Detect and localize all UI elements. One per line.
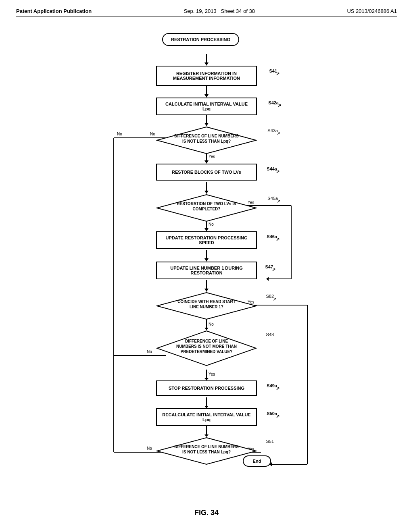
svg-text:NUMBERS IS NOT MORE THAN: NUMBERS IS NOT MORE THAN — [176, 344, 237, 349]
header-patent: US 2013/0246886 A1 — [347, 8, 397, 14]
svg-text:DIFFERENCE OF LINE NUMBERS: DIFFERENCE OF LINE NUMBERS — [174, 134, 239, 138]
svg-text:DIFFERENCE OF LINE NUMBERS: DIFFERENCE OF LINE NUMBERS — [174, 445, 239, 449]
node-end: End — [243, 455, 271, 467]
header-publication: Patent Application Publication — [16, 8, 92, 14]
header-date-sheet: Sep. 19, 2013 Sheet 34 of 38 — [184, 8, 255, 14]
node-s51: DIFFERENCE OF LINE NUMBERS IS NOT LESS T… — [156, 437, 257, 467]
svg-text:LINE NUMBER 1?: LINE NUMBER 1? — [190, 305, 223, 309]
svg-text:IS NOT LESS THAN Lpq?: IS NOT LESS THAN Lpq? — [182, 139, 231, 143]
diamond-s43a: DIFFERENCE OF LINE NUMBERS IS NOT LESS T… — [156, 126, 257, 154]
svg-text:COINCIDE WITH READ START: COINCIDE WITH READ START — [177, 299, 236, 304]
fig-label: FIG. 34 — [16, 509, 397, 517]
svg-text:DIFFERENCE OF LINE: DIFFERENCE OF LINE — [185, 339, 228, 343]
label-s51: S51 — [266, 439, 274, 444]
node-start: RESTRATION PROCESSING — [162, 33, 239, 46]
node-s45a: RESTORATION OF TWO LVs IS COMPLETED? S45… — [156, 194, 257, 224]
diamond-s82: COINCIDE WITH READ START LINE NUMBER 1? — [156, 292, 257, 320]
node-s49a: STOP RESTORATION PROCESSING S49a ↗ — [156, 380, 257, 396]
node-s48: DIFFERENCE OF LINE NUMBERS IS NOT MORE T… — [156, 330, 257, 368]
node-s44a: RESTORE BLOCKS OF TWO LVs S44a ↗ — [156, 164, 257, 181]
node-s82: COINCIDE WITH READ START LINE NUMBER 1? … — [156, 292, 257, 322]
svg-text:IS NOT LESS THAN Lpq?: IS NOT LESS THAN Lpq? — [182, 450, 231, 454]
diamond-s48: DIFFERENCE OF LINE NUMBERS IS NOT MORE T… — [156, 330, 257, 366]
node-s43a: DIFFERENCE OF LINE NUMBERS IS NOT LESS T… — [156, 126, 257, 156]
node-s42a: CALCULATE INITIAL INTERVAL VALUE Lpq S42… — [156, 98, 257, 115]
label-s48: S48 — [266, 332, 274, 337]
node-s47: UPDATE LINE NUMBER 1 DURING RESTORATION … — [156, 262, 257, 279]
diamond-s51: DIFFERENCE OF LINE NUMBERS IS NOT LESS T… — [156, 437, 257, 465]
node-s41: REGISTER INFORMATION IN MEASUREMENT INFO… — [156, 66, 257, 86]
header: Patent Application Publication Sep. 19, … — [16, 8, 397, 17]
svg-text:PREDETERMINED VALUE?: PREDETERMINED VALUE? — [181, 349, 233, 354]
flowchart: Yes No No Yes — [81, 25, 332, 501]
page: Patent Application Publication Sep. 19, … — [0, 0, 413, 532]
svg-text:RESTORATION OF TWO LVs IS: RESTORATION OF TWO LVs IS — [177, 202, 236, 206]
diamond-s45a: RESTORATION OF TWO LVs IS COMPLETED? — [156, 194, 257, 222]
svg-text:COMPLETED?: COMPLETED? — [193, 207, 221, 211]
node-s46a: UPDATE RESTORATION PROCESSING SPEED S46a… — [156, 231, 257, 249]
node-s50a: RECALCULATE INITIAL INTERVAL VALUE Lpq S… — [156, 408, 257, 426]
